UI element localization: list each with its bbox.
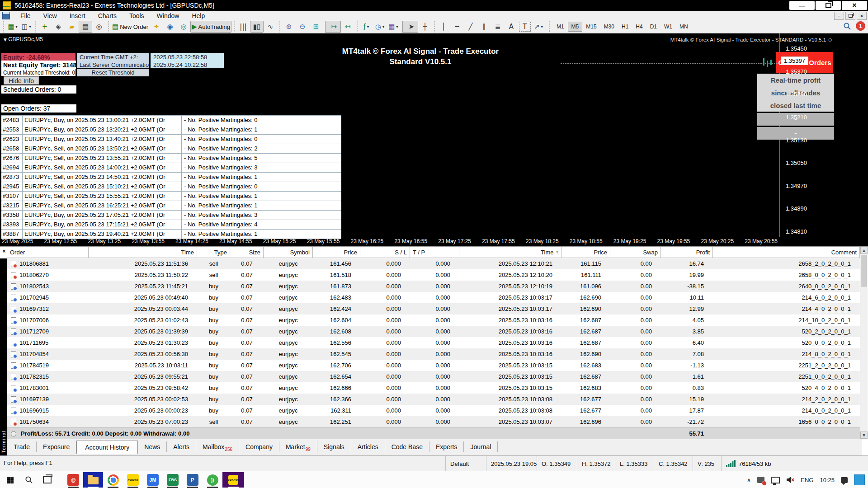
terminal-tab[interactable]: Journal [464,441,498,452]
menu-item[interactable]: Tools [123,12,151,19]
candlestick-button[interactable]: ▮▯ [250,21,264,33]
zoom-in-button[interactable]: ⊕ [279,21,296,33]
chart-area[interactable]: ▼ GBPUSDc,M5 MT4talk © Forex AI Signal -… [0,33,868,246]
community-button[interactable]: ◎ [177,21,190,33]
terminal-tab[interactable]: Experts [429,441,464,452]
table-row[interactable]: 101712709 2025.05.23 01:39:39 buy 0.07 e… [7,326,860,337]
cursor-button[interactable]: ➤ [402,21,418,33]
timeframe-button[interactable]: W1 [660,22,676,32]
column-header[interactable]: Symbol [264,247,313,258]
table-row[interactable]: 101702945 2025.05.23 00:49:40 buy 0.07 e… [7,292,860,303]
scripts-button[interactable]: ◉ [163,21,177,33]
fibonacci-button[interactable]: ≣ [491,21,505,33]
indicators-button[interactable]: ƒ ▾ [357,21,373,33]
taskbar-app-fbs[interactable]: FBS [163,471,183,488]
taskbar-app-terminal-purple[interactable]: exness [222,471,244,488]
terminal-tab[interactable]: Exposure [37,441,76,452]
table-row[interactable]: 101783001 2025.05.23 09:58:42 buy 0.07 e… [7,382,860,394]
arrows-button[interactable]: ↗ ▾ [532,21,545,33]
table-row[interactable]: 101782315 2025.05.23 09:55:21 buy 0.07 e… [7,371,860,382]
terminal-close-button[interactable]: × [1,248,7,254]
timeframe-button[interactable]: MN [676,22,692,32]
taskbar-search-button[interactable] [20,471,38,488]
column-header[interactable]: Type [197,247,230,258]
timeframe-button[interactable]: M1 [553,22,568,32]
mdi-restore-button[interactable] [845,12,855,20]
timeframe-button[interactable]: H4 [632,22,646,32]
taskbar-app-pocket[interactable]: P [183,471,203,488]
tray-language[interactable]: ENG [797,471,816,488]
terminal-tab[interactable]: Signals [317,441,351,452]
menu-item[interactable]: File [14,12,37,19]
equidistant-channel-button[interactable]: ∥ [477,21,491,33]
column-header[interactable]: Swap [610,247,661,258]
taskbar-app-green[interactable]: )) [203,471,222,488]
column-header[interactable]: Price [313,247,360,258]
search-icon[interactable] [843,22,851,30]
auto-scroll-button[interactable]: ↦ [325,21,341,33]
line-chart-button[interactable]: ∿ [264,21,277,33]
navigator-button[interactable]: ◈ [52,21,65,33]
restore-button[interactable] [816,1,841,10]
start-button[interactable] [0,471,20,488]
terminal-tab[interactable]: Company [239,441,279,452]
text-label-button[interactable]: T [518,21,532,33]
menu-item[interactable]: View [37,12,63,19]
table-scrollbar[interactable]: ▲ ▼ [860,247,868,439]
taskbar-app-red[interactable]: @ [63,471,83,488]
task-view-button[interactable] [38,471,56,488]
menu-item[interactable]: Window [151,12,186,19]
crosshair-button[interactable]: ┼ [418,21,432,33]
tray-clock[interactable]: 10:25 [816,471,838,488]
taskbar-app-exness[interactable]: exness [123,471,143,488]
trendline-button[interactable]: ╱ [464,21,477,33]
column-header[interactable]: Profit [661,247,713,258]
terminal-tab[interactable]: Account History [76,441,138,454]
scroll-down-icon[interactable]: ▼ [860,432,868,439]
new-chart-button[interactable]: ▦ ▾ [3,21,19,33]
tile-windows-button[interactable]: ⊞ [309,21,323,33]
column-header[interactable]: T / P [410,247,459,258]
reset-threshold-button[interactable]: Reset Threshold [77,69,149,76]
zoom-out-button[interactable]: ⊖ [296,21,309,33]
table-row[interactable]: 101704854 2025.05.23 00:56:30 buy 0.07 e… [7,348,860,360]
table-row[interactable]: 101784519 2025.05.23 10:03:11 buy 0.07 e… [7,360,860,371]
table-row[interactable]: 101806270 2025.05.23 11:50:22 sell 0.07 … [7,269,860,281]
table-row[interactable]: 101711695 2025.05.23 01:30:23 buy 0.07 e… [7,337,860,348]
terminal-tab[interactable]: Trade [7,441,37,452]
bar-chart-button[interactable]: ||| [234,21,250,33]
column-header[interactable]: Size [230,247,264,258]
table-row[interactable]: 101707006 2025.05.23 01:02:43 buy 0.07 e… [7,314,860,326]
hide-info-button[interactable]: Hide Info [4,76,39,84]
taskbar-app-chrome[interactable] [103,471,123,488]
table-row[interactable]: 101806881 2025.05.23 11:51:36 sell 0.07 … [7,258,860,269]
menu-item[interactable]: Help [185,12,211,19]
show-desktop-tile[interactable] [851,471,868,488]
timeframe-button[interactable]: M5 [568,22,583,32]
terminal-tab[interactable]: Market99 [279,441,317,454]
terminal-tab[interactable]: Mailbox256 [196,441,239,454]
scroll-up-icon[interactable]: ▲ [860,247,868,254]
menu-item[interactable]: Insert [63,12,92,19]
column-header[interactable]: Time ▿ [459,247,561,258]
timeframe-button[interactable]: D1 [646,22,660,32]
tray-notification-icon[interactable] [838,471,851,488]
close-button[interactable]: × [842,1,867,10]
terminal-tab[interactable]: Articles [351,441,385,452]
terminal-tab[interactable]: Code Base [385,441,429,452]
chart-shift-button[interactable]: ↤ [341,21,354,33]
tray-network-icon[interactable] [768,471,783,488]
terminal-tab[interactable]: News [138,441,167,452]
column-header[interactable]: S / L [360,247,410,258]
autotrading-button[interactable]: ▶ AutoTrading [190,21,231,33]
notification-badge[interactable]: 1 [856,21,865,31]
horizontal-line-button[interactable]: ─ [450,21,464,33]
vertical-line-button[interactable]: │ [434,21,450,33]
tray-volume-muted-icon[interactable] [783,471,797,488]
strategy-tester-button[interactable]: ◎ [92,21,106,33]
column-header[interactable]: Price [561,247,610,258]
table-row[interactable]: 101750634 2025.05.23 07:00:23 sell 0.07 … [7,416,860,427]
tray-chevron-icon[interactable]: ∧ [744,471,755,488]
column-header[interactable]: Order [7,247,89,258]
chevron-down-icon[interactable]: ▼ [4,38,7,42]
